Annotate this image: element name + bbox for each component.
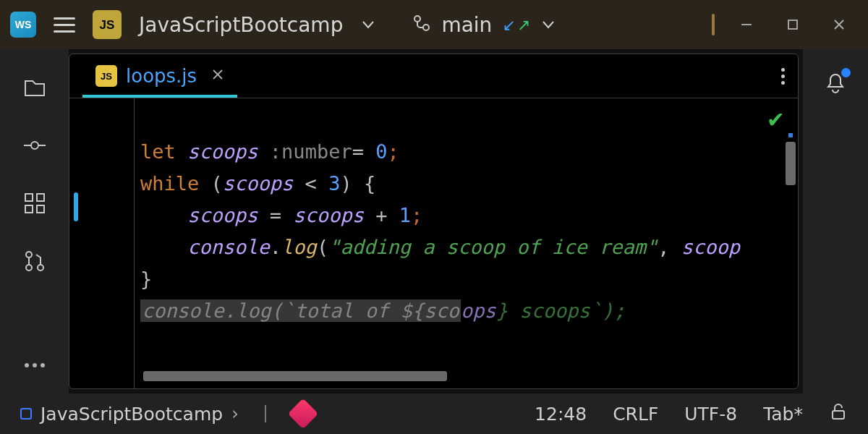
svg-point-14 (26, 265, 32, 271)
commit-tool-button[interactable] (22, 133, 47, 161)
gutter-bookmark-icon[interactable] (74, 192, 78, 221)
svg-point-13 (26, 252, 32, 258)
status-bar: JavaScriptBootcamp › 12:48 CRLF UTF-8 Ta… (0, 393, 868, 434)
status-project-widget[interactable]: JavaScriptBootcamp › (20, 404, 239, 425)
project-status-icon (20, 408, 32, 420)
line-separator-widget[interactable]: CRLF (613, 404, 658, 425)
window-maximize-button[interactable] (778, 10, 807, 39)
notifications-button[interactable] (823, 71, 848, 98)
readonly-toggle[interactable] (829, 402, 848, 425)
editor-gutter[interactable] (69, 98, 135, 388)
window-minimize-button[interactable] (732, 10, 761, 39)
tab-close-button[interactable] (211, 68, 224, 84)
pull-requests-tool-button[interactable] (22, 249, 47, 276)
editor-tab-loops[interactable]: JS loops.js (82, 54, 237, 98)
svg-rect-11 (25, 205, 33, 213)
status-separator (265, 405, 266, 422)
main-area: JS loops.js let scoops :number= 0; while… (0, 49, 868, 393)
vcs-branch-widget[interactable]: main ↙↗ (412, 13, 556, 37)
svg-point-15 (38, 265, 43, 271)
code-area[interactable]: let scoops :number= 0; while (scoops < 3… (135, 98, 798, 388)
editor-tab-row: JS loops.js (69, 54, 798, 98)
svg-point-1 (423, 25, 429, 30)
svg-point-0 (414, 16, 420, 22)
project-tool-button[interactable] (22, 75, 47, 103)
right-toolbar (803, 49, 868, 393)
title-bar: WS JS JavaScriptBootcamp main ↙↗ (0, 0, 868, 49)
cursor-position[interactable]: 12:48 (535, 404, 587, 425)
tab-filename: loops.js (126, 65, 197, 87)
window-close-button[interactable] (825, 10, 854, 39)
toolbar-accent (712, 14, 715, 35)
project-chevron-icon[interactable] (360, 17, 376, 33)
more-tools-button[interactable] (25, 363, 45, 367)
svg-rect-10 (37, 194, 44, 201)
svg-rect-18 (833, 411, 844, 419)
editor-tab-menu-button[interactable] (781, 68, 785, 85)
notification-dot-icon (841, 68, 851, 77)
encoding-widget[interactable]: UTF-8 (684, 404, 737, 425)
inspection-ok-icon[interactable]: ✔ (767, 107, 785, 132)
app-icon: WS (10, 12, 36, 38)
svg-rect-12 (37, 205, 44, 213)
status-project-name: JavaScriptBootcamp (41, 404, 223, 425)
ai-assistant-icon[interactable] (288, 399, 318, 429)
left-toolbar (0, 49, 69, 393)
indent-widget[interactable]: Tab* (763, 404, 803, 425)
editor-pane: JS loops.js let scoops :number= 0; while… (69, 54, 799, 389)
project-name[interactable]: JavaScriptBootcamp (139, 13, 343, 37)
main-menu-button[interactable] (54, 17, 75, 33)
structure-tool-button[interactable] (22, 191, 47, 218)
branch-name: main (441, 13, 492, 37)
chevron-right-icon: › (231, 404, 239, 424)
vcs-update-icon[interactable]: ↙↗ (502, 16, 530, 34)
file-type-icon: JS (95, 65, 117, 87)
horizontal-scrollbar[interactable] (136, 371, 788, 381)
project-badge: JS (93, 10, 122, 39)
editor-body[interactable]: let scoops :number= 0; while (scoops < 3… (69, 98, 798, 388)
svg-rect-3 (788, 20, 797, 29)
svg-point-6 (31, 142, 38, 149)
svg-rect-9 (25, 194, 33, 201)
branch-chevron-icon[interactable] (540, 17, 556, 33)
vertical-scrollbar[interactable] (786, 142, 796, 185)
branch-icon (412, 14, 431, 35)
